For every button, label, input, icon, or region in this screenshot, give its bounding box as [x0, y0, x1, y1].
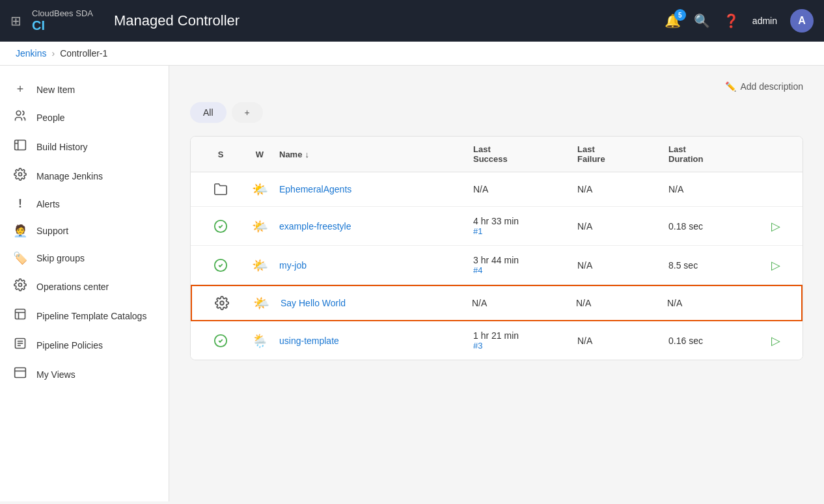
name-cell: using-template — [279, 336, 473, 346]
build-link[interactable]: #3 — [473, 341, 577, 351]
job-link[interactable]: EphemeralAgents — [279, 184, 351, 194]
topnav-actions: 🔔 5 🔍 ❓ admin A — [665, 9, 814, 33]
folder-icon — [213, 182, 228, 196]
breadcrumb: Jenkins › Controller-1 — [0, 42, 824, 66]
brand-ci: CI — [32, 18, 93, 33]
check-circle-icon — [213, 334, 228, 348]
gear-icon — [215, 296, 229, 310]
add-description-button[interactable]: ✏️ Add description — [725, 81, 803, 92]
sidebar-item-people[interactable]: People — [0, 103, 169, 132]
col-action — [760, 144, 792, 164]
name-cell: example-freestyle — [279, 221, 473, 232]
status-cell — [201, 182, 240, 196]
weather-cell: 🌤️ — [241, 295, 281, 311]
svg-rect-13 — [15, 368, 26, 378]
svg-rect-6 — [16, 310, 25, 319]
tab-add[interactable]: + — [232, 102, 263, 123]
status-cell — [201, 219, 240, 233]
svg-point-5 — [19, 284, 22, 287]
last-duration-cell: 8.5 sec — [668, 260, 760, 271]
action-cell: ▷ — [760, 258, 792, 272]
col-w: W — [240, 144, 279, 164]
sidebar-item-manage-jenkins[interactable]: Manage Jenkins — [0, 161, 169, 191]
search-icon[interactable]: 🔍 — [694, 13, 710, 29]
col-last-failure: LastFailure — [577, 144, 668, 164]
page-title: Managed Controller — [114, 12, 654, 29]
sidebar-item-skip-groups[interactable]: 🏷️ Skip groups — [0, 245, 169, 272]
pipeline-policies-icon — [13, 337, 27, 353]
weather-cell: 🌤️ — [240, 219, 279, 234]
breadcrumb-parent[interactable]: Jenkins — [16, 48, 46, 59]
main-header: ✏️ Add description — [190, 81, 803, 92]
col-last-duration: LastDuration — [668, 144, 760, 164]
alerts-icon: ! — [13, 197, 27, 211]
sidebar-label: Build History — [36, 142, 88, 152]
name-cell: Say Hello World — [281, 298, 472, 308]
grid-icon[interactable]: ⊞ — [10, 13, 21, 29]
last-failure-cell: N/A — [577, 336, 668, 346]
action-cell: ▷ — [760, 334, 792, 348]
sunny-icon: 🌤️ — [252, 181, 268, 197]
build-link[interactable]: #1 — [473, 226, 577, 236]
sidebar-item-build-history[interactable]: Build History — [0, 132, 169, 161]
weather-cell: 🌤️ — [240, 181, 279, 197]
job-link[interactable]: example-freestyle — [279, 221, 351, 232]
sidebar: + New Item People Build History — [0, 66, 169, 501]
jobs-table: S W Name ↓ LastSuccess LastFailure LastD… — [190, 136, 803, 360]
breadcrumb-current: Controller-1 — [60, 48, 107, 59]
people-icon — [13, 109, 27, 126]
last-failure-cell: N/A — [577, 184, 668, 194]
job-link[interactable]: Say Hello World — [281, 298, 346, 308]
last-success-cell: 3 hr 44 min #4 — [473, 255, 577, 275]
name-cell: EphemeralAgents — [279, 184, 473, 194]
brand: CloudBees SDA CI — [32, 8, 93, 33]
svg-rect-1 — [15, 140, 26, 150]
sidebar-item-support[interactable]: 🧑‍💼 Support — [0, 217, 169, 245]
build-link[interactable]: #4 — [473, 265, 577, 275]
avatar[interactable]: A — [790, 9, 814, 33]
name-cell: my-job — [279, 260, 473, 271]
job-link[interactable]: using-template — [279, 336, 339, 346]
col-s: S — [201, 144, 240, 164]
table-row: 🌤️ example-freestyle 4 hr 33 min #1 N/A … — [191, 207, 803, 246]
help-icon[interactable]: ❓ — [723, 13, 739, 29]
last-duration-cell: 0.18 sec — [668, 221, 760, 232]
sidebar-label: New Item — [36, 85, 75, 95]
last-failure-cell: N/A — [577, 260, 668, 271]
table-row: 🌦️ using-template 1 hr 21 min #3 N/A 0.1… — [191, 321, 803, 360]
play-icon[interactable]: ▷ — [771, 334, 780, 348]
username-label: admin — [752, 16, 777, 26]
sidebar-item-pipeline-policies[interactable]: Pipeline Policies — [0, 330, 169, 360]
skip-groups-icon: 🏷️ — [13, 251, 27, 265]
tab-all[interactable]: All — [190, 102, 227, 123]
sidebar-label: Pipeline Template Catalogs — [36, 311, 146, 321]
sidebar-label: Operations center — [36, 282, 109, 292]
sidebar-item-my-views[interactable]: My Views — [0, 360, 169, 389]
check-circle-icon — [213, 219, 228, 233]
breadcrumb-sep: › — [51, 48, 55, 59]
last-failure-cell: N/A — [577, 221, 668, 232]
status-cell — [201, 258, 240, 272]
edit-icon: ✏️ — [725, 81, 736, 92]
build-history-icon — [13, 139, 27, 155]
sidebar-label: Manage Jenkins — [36, 171, 103, 181]
sidebar-item-alerts[interactable]: ! Alerts — [0, 191, 169, 217]
check-circle-icon — [213, 258, 228, 272]
table-header: S W Name ↓ LastSuccess LastFailure LastD… — [191, 137, 803, 172]
last-duration-cell: N/A — [668, 184, 760, 194]
sunny-icon: 🌤️ — [252, 219, 268, 234]
sunny-icon: 🌤️ — [253, 295, 269, 311]
notification-bell[interactable]: 🔔 5 — [665, 13, 681, 29]
notification-badge: 5 — [674, 9, 686, 21]
job-link[interactable]: my-job — [279, 260, 307, 271]
operations-center-icon — [13, 278, 27, 295]
action-cell: ▷ — [760, 219, 792, 233]
play-icon[interactable]: ▷ — [771, 219, 780, 233]
sidebar-item-new-item[interactable]: + New Item — [0, 76, 169, 103]
sidebar-item-operations-center[interactable]: Operations center — [0, 272, 169, 301]
table-row-highlighted: 🌤️ Say Hello World N/A N/A N/A — [191, 285, 803, 321]
sidebar-label: Skip groups — [36, 253, 85, 263]
play-icon[interactable]: ▷ — [771, 258, 780, 272]
sidebar-item-pipeline-template-catalogs[interactable]: Pipeline Template Catalogs — [0, 301, 169, 330]
table-row: 🌤️ my-job 3 hr 44 min #4 N/A 8.5 sec ▷ — [191, 246, 803, 285]
